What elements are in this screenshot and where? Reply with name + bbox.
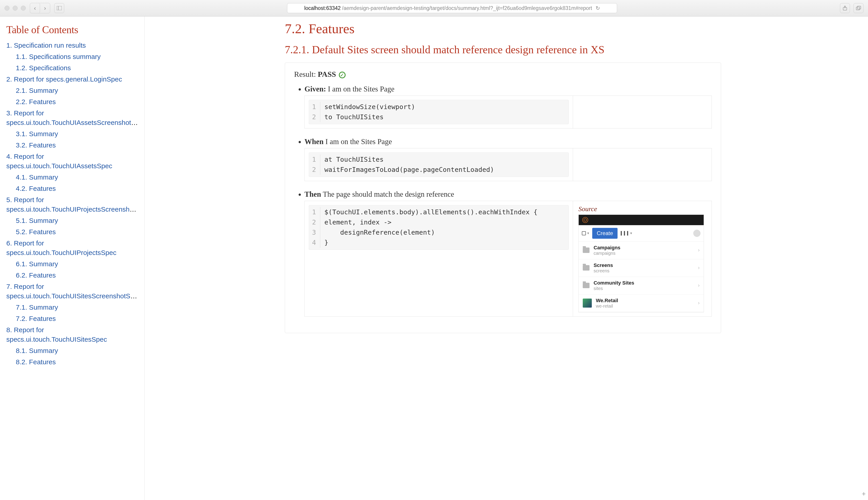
url-field[interactable]: localhost:63342/aemdesign-parent/aemdesi… xyxy=(287,3,617,13)
toc-item[interactable]: 2.2. Features xyxy=(6,96,138,107)
toc-item[interactable]: 4. Report for specs.ui.touch.TouchUIAsse… xyxy=(6,151,138,172)
toc-link[interactable]: 7.2. Features xyxy=(16,315,56,322)
nav-back-forward: ‹ › xyxy=(30,3,50,13)
toc-item[interactable]: 1. Specification run results xyxy=(6,40,138,51)
code-cell: 1at TouchUISites2waitForImagesToLoad(pag… xyxy=(305,148,573,181)
toc-item[interactable]: 8.2. Features xyxy=(6,356,138,368)
toc-item[interactable]: 3. Report for specs.ui.touch.TouchUIAsse… xyxy=(6,107,138,128)
toc-link[interactable]: 2. Report for specs.general.LoginSpec xyxy=(6,76,122,83)
toc-item[interactable]: 7.2. Features xyxy=(6,313,138,324)
toc-link[interactable]: 3.1. Summary xyxy=(16,130,58,137)
toc-title: Table of Contents xyxy=(6,24,138,36)
toc-item[interactable]: 3.2. Features xyxy=(6,139,138,151)
line-number: 2 xyxy=(309,217,320,227)
line-number: 3 xyxy=(309,227,320,238)
result-value: PASS xyxy=(318,70,336,78)
tabs-icon[interactable] xyxy=(854,3,864,13)
section-heading-h2: 7.2. Features xyxy=(285,21,721,37)
url-host: localhost:63342 xyxy=(304,5,341,11)
toc-link[interactable]: 6. Report for specs.ui.touch.TouchUIProj… xyxy=(6,239,116,256)
toc-link[interactable]: 1.2. Specifications xyxy=(16,64,71,71)
code-block: 1$(TouchUI.elements.body).allElements().… xyxy=(309,205,569,250)
mock-row-text: Campaignscampaigns xyxy=(593,245,694,256)
toc-item[interactable]: 2.1. Summary xyxy=(6,85,138,96)
toc-link[interactable]: 2.1. Summary xyxy=(16,87,58,94)
code-line: designReference(element) xyxy=(320,227,568,238)
toc-item[interactable]: 7.1. Summary xyxy=(6,302,138,313)
code-line: setWindowSize(viewport) xyxy=(320,102,568,112)
new-tab-plus-icon[interactable]: + xyxy=(862,490,866,498)
source-label: Source xyxy=(578,205,706,213)
toc-item[interactable]: 6. Report for specs.ui.touch.TouchUIProj… xyxy=(6,238,138,258)
share-icon[interactable] xyxy=(840,3,850,13)
reload-icon[interactable]: ↻ xyxy=(596,5,600,11)
toc-link[interactable]: 8.2. Features xyxy=(16,358,56,366)
thumbnail-icon xyxy=(583,298,592,308)
page-body: Table of Contents 1. Specification run r… xyxy=(0,16,868,500)
url-bar: localhost:63342/aemdesign-parent/aemdesi… xyxy=(68,3,836,13)
step-label: Given: xyxy=(304,85,326,93)
code-line: at TouchUISites xyxy=(320,155,568,164)
toc-link[interactable]: 3.2. Features xyxy=(16,141,56,149)
image-cell: Source▾Create▾Campaignscampaigns›Screens… xyxy=(573,201,712,316)
sidebar-toggle-icon[interactable] xyxy=(54,3,64,13)
toc-item[interactable]: 3.1. Summary xyxy=(6,128,138,139)
mock-list-row: Campaignscampaigns› xyxy=(579,242,704,259)
image-cell xyxy=(573,96,712,128)
toc-item[interactable]: 5.2. Features xyxy=(6,226,138,238)
toc-item[interactable]: 6.2. Features xyxy=(6,270,138,281)
toc-item[interactable]: 6.1. Summary xyxy=(6,258,138,270)
zoom-dot[interactable] xyxy=(21,5,26,11)
toc-link[interactable]: 7. Report for specs.ui.touch.TouchUISite… xyxy=(6,283,138,300)
toc-item[interactable]: 7. Report for specs.ui.touch.TouchUISite… xyxy=(6,281,138,302)
step-item: Given: I am on the Sites Page xyxy=(304,85,712,93)
step-item: When I am on the Sites Page xyxy=(304,137,712,146)
toc-link[interactable]: 4. Report for specs.ui.touch.TouchUIAsse… xyxy=(6,153,112,170)
aem-logo-icon xyxy=(582,217,588,223)
toc-link[interactable]: 7.1. Summary xyxy=(16,304,58,311)
toc-item[interactable]: 2. Report for specs.general.LoginSpec xyxy=(6,73,138,85)
toc-item[interactable]: 5. Report for specs.ui.touch.TouchUIProj… xyxy=(6,194,138,215)
step-text: The page should match the design referen… xyxy=(321,190,454,198)
toc-item[interactable]: 8. Report for specs.ui.touch.TouchUISite… xyxy=(6,324,138,345)
forward-button[interactable]: › xyxy=(40,3,50,13)
toc-link[interactable]: 6.1. Summary xyxy=(16,260,58,268)
toc-link[interactable]: 4.2. Features xyxy=(16,185,56,192)
line-number: 1 xyxy=(309,102,320,112)
toc-link[interactable]: 5.1. Summary xyxy=(16,217,58,224)
back-button[interactable]: ‹ xyxy=(30,3,40,13)
toc-item[interactable]: 8.1. Summary xyxy=(6,345,138,356)
toc-item[interactable]: 4.1. Summary xyxy=(6,172,138,183)
mock-row-text: Community Sitessites xyxy=(593,280,694,291)
minimize-dot[interactable] xyxy=(13,5,18,11)
toc-link[interactable]: 3. Report for specs.ui.touch.TouchUIAsse… xyxy=(6,109,138,126)
browser-chrome: ‹ › localhost:63342/aemdesign-parent/aem… xyxy=(0,0,868,16)
mock-row-text: Screensscreens xyxy=(593,262,694,273)
url-path: /aemdesign-parent/aemdesign-testing/targ… xyxy=(342,5,592,11)
toc-item[interactable]: 1.2. Specifications xyxy=(6,62,138,73)
toc-link[interactable]: 8. Report for specs.ui.touch.TouchUISite… xyxy=(6,326,107,343)
chevron-right-icon: › xyxy=(698,247,700,253)
toc-link[interactable]: 1.1. Specifications summary xyxy=(16,53,101,60)
toc-link[interactable]: 5. Report for specs.ui.touch.TouchUIProj… xyxy=(6,196,138,213)
toc-item[interactable]: 5.1. Summary xyxy=(6,215,138,226)
chevron-right-icon: › xyxy=(698,265,700,271)
toc-link[interactable]: 5.2. Features xyxy=(16,228,56,236)
code-line: to TouchUISites xyxy=(320,112,568,122)
close-dot[interactable] xyxy=(4,5,10,11)
toc-link[interactable]: 2.2. Features xyxy=(16,98,56,105)
chevron-right-icon: › xyxy=(698,283,700,288)
code-line: waitForImagesToLoad(page.pageContentLoad… xyxy=(320,164,568,175)
toc-item[interactable]: 1.1. Specifications summary xyxy=(6,51,138,62)
result-label: Result: xyxy=(294,70,318,78)
toc-link[interactable]: 1. Specification run results xyxy=(6,42,86,49)
step-text: I am on the Sites Page xyxy=(323,137,392,146)
pass-check-icon: ✓ xyxy=(339,71,346,78)
toc-link[interactable]: 4.1. Summary xyxy=(16,173,58,181)
toc-link[interactable]: 6.2. Features xyxy=(16,271,56,279)
toc-link[interactable]: 8.1. Summary xyxy=(16,347,58,354)
toc-item[interactable]: 4.2. Features xyxy=(6,183,138,194)
main-content: 7.2. Features 7.2.1. Default Sites scree… xyxy=(145,16,868,500)
view-switcher: ▾ xyxy=(621,231,632,236)
mock-list-row: We.Retailwe-retail› xyxy=(579,295,704,312)
